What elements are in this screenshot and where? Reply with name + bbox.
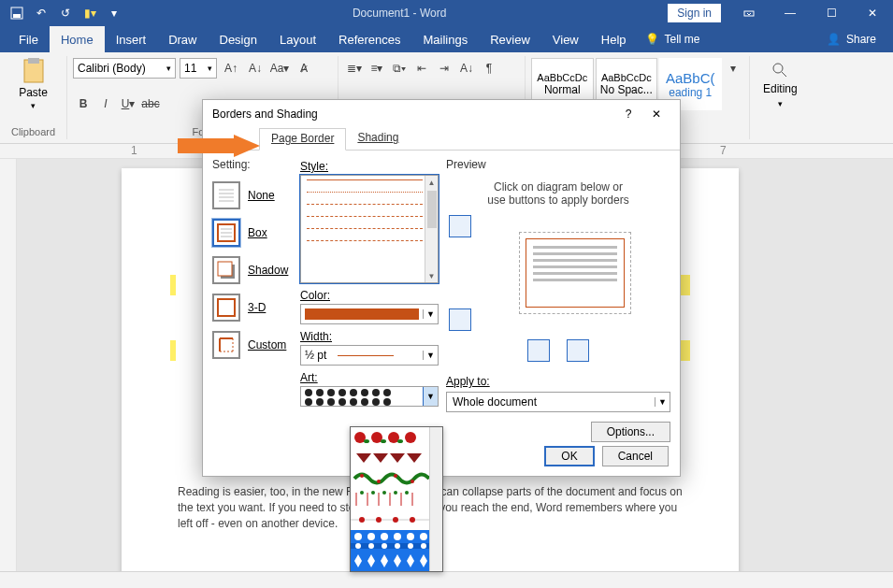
paste-icon[interactable] (21, 58, 47, 84)
numbering-icon[interactable]: ≡▾ (367, 58, 387, 79)
dialog-close-icon[interactable]: ✕ (642, 108, 670, 121)
tab-shading[interactable]: Shading (346, 128, 410, 150)
preview-heading: Preview (446, 158, 670, 171)
dialog-title: Borders and Shading (212, 108, 318, 121)
sign-in-button[interactable]: Sign in (668, 4, 721, 22)
apply-to-select[interactable]: Whole document▼ (446, 392, 670, 412)
svg-rect-17 (218, 299, 235, 316)
svg-point-37 (405, 432, 416, 443)
menu-draw[interactable]: Draw (157, 26, 208, 52)
help-icon[interactable]: ? (614, 108, 642, 121)
setting-box[interactable]: Box (212, 214, 293, 251)
art-dropdown-list[interactable] (350, 426, 443, 572)
underline-icon[interactable]: U▾ (118, 93, 138, 114)
tell-me[interactable]: 💡Tell me (638, 33, 708, 46)
highlight-icon[interactable]: ▮▾ (79, 2, 101, 24)
indent-icon[interactable]: ⇥ (434, 58, 454, 79)
ok-button[interactable]: OK (544, 446, 594, 466)
styles-more-icon[interactable]: ▾ (724, 58, 744, 79)
width-select[interactable]: ½ pt ▼ (300, 345, 439, 366)
svg-point-40 (397, 439, 403, 443)
pilcrow-icon[interactable]: ¶ (479, 58, 499, 79)
preview-diagram[interactable] (519, 232, 631, 314)
undo-icon[interactable]: ↶ (30, 2, 52, 24)
svg-point-70 (368, 543, 374, 549)
menu-references[interactable]: References (327, 26, 411, 52)
save-icon[interactable] (6, 2, 28, 24)
svg-marker-76 (178, 135, 260, 157)
svg-point-52 (371, 491, 375, 495)
title-bar: ↶ ↺ ▮▾ ▾ Document1 - Word Sign in — ☐ ✕ (0, 0, 893, 26)
outdent-icon[interactable]: ⇤ (411, 58, 432, 79)
menu-insert[interactable]: Insert (105, 26, 158, 52)
bold-icon[interactable]: B (73, 93, 94, 114)
setting-none[interactable]: None (212, 177, 293, 214)
clipboard-label: Clipboard (6, 124, 61, 137)
svg-point-54 (394, 491, 397, 495)
cancel-button[interactable]: Cancel (602, 446, 669, 466)
qat-more-icon[interactable]: ▾ (103, 2, 125, 24)
svg-point-42 (377, 480, 381, 483)
tab-page-border[interactable]: Page Border (259, 128, 346, 151)
scrollbar[interactable] (429, 427, 442, 571)
svg-point-31 (361, 398, 368, 406)
svg-point-73 (408, 543, 413, 549)
maximize-icon[interactable]: ☐ (811, 0, 852, 26)
sort-icon[interactable]: A↓ (456, 58, 477, 79)
change-case-icon[interactable]: Aa▾ (269, 58, 290, 79)
bullets-icon[interactable]: ≣▾ (344, 58, 365, 79)
paste-button[interactable]: Paste (19, 86, 48, 99)
editing-button[interactable]: Editing (763, 82, 798, 95)
svg-point-53 (382, 491, 386, 495)
ribbon-opts-icon[interactable] (728, 0, 770, 26)
setting-shadow[interactable]: Shadow (212, 251, 293, 289)
setting-3d[interactable]: 3-D (212, 289, 293, 326)
svg-point-60 (410, 517, 415, 523)
menu-help[interactable]: Help (590, 26, 638, 52)
highlight (170, 340, 176, 361)
highlight (681, 340, 690, 361)
font-size-select[interactable]: 11▾ (180, 58, 217, 79)
svg-point-32 (372, 398, 380, 406)
svg-point-55 (405, 491, 409, 495)
svg-point-65 (394, 533, 401, 540)
svg-point-30 (350, 398, 357, 406)
menu-layout[interactable]: Layout (268, 26, 327, 52)
menu-view[interactable]: View (541, 26, 590, 52)
share-button[interactable]: 👤Share (817, 33, 886, 46)
menu-file[interactable]: File (7, 26, 50, 52)
svg-point-62 (354, 533, 362, 540)
style-listbox[interactable]: ▲▼ (300, 175, 439, 283)
redo-icon[interactable]: ↺ (54, 2, 77, 24)
menu-home[interactable]: Home (50, 26, 105, 52)
svg-point-24 (372, 389, 380, 396)
multilevel-icon[interactable]: ⧉▾ (389, 58, 410, 79)
svg-point-64 (381, 533, 388, 540)
apply-label: Apply to: (446, 375, 670, 388)
menu-review[interactable]: Review (479, 26, 541, 52)
strike-icon[interactable]: abc (140, 93, 161, 114)
minimize-icon[interactable]: — (770, 0, 811, 26)
border-top-button[interactable] (449, 215, 471, 237)
menu-design[interactable]: Design (209, 26, 268, 52)
status-bar (0, 571, 893, 588)
svg-point-59 (393, 517, 398, 523)
menu-mailings[interactable]: Mailings (412, 26, 480, 52)
border-right-button[interactable] (567, 339, 589, 362)
setting-custom[interactable]: Custom (212, 326, 293, 364)
ruler-vertical[interactable] (0, 159, 17, 571)
art-select[interactable]: ▼ (300, 386, 439, 407)
border-bottom-button[interactable] (449, 308, 471, 331)
options-button[interactable]: Options... (591, 422, 670, 442)
color-select[interactable]: ▼ (300, 304, 439, 324)
close-icon[interactable]: ✕ (852, 0, 893, 26)
find-icon[interactable] (771, 62, 788, 79)
font-name-select[interactable]: Calibri (Body)▾ (73, 58, 176, 79)
border-left-button[interactable] (527, 339, 550, 362)
svg-point-41 (360, 474, 364, 478)
grow-font-icon[interactable]: A↑ (221, 58, 241, 79)
clear-format-icon[interactable]: A̷ (294, 58, 314, 79)
shrink-font-icon[interactable]: A↓ (245, 58, 266, 79)
scrollbar[interactable]: ▲▼ (425, 176, 438, 282)
italic-icon[interactable]: I (95, 93, 116, 114)
